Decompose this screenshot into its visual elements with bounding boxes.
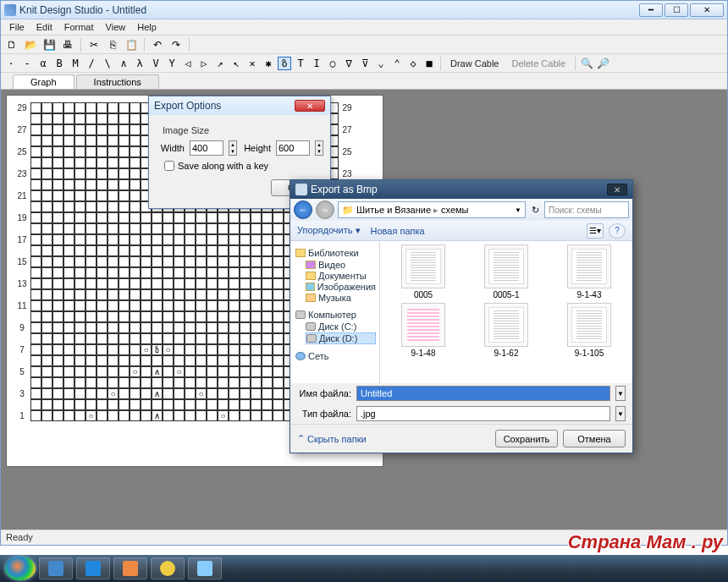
taskbar-item[interactable] <box>188 557 222 579</box>
cancel-file-button[interactable]: Отмена <box>563 430 626 447</box>
new-button[interactable]: 🗋 <box>4 37 19 52</box>
menu-file[interactable]: File <box>4 20 30 34</box>
close-button[interactable]: ✕ <box>690 3 724 17</box>
file-item[interactable]: 0005 <box>383 244 463 299</box>
menu-help[interactable]: Help <box>132 20 162 34</box>
sym-slash[interactable]: / <box>85 57 98 70</box>
breadcrumb[interactable]: 📁 Шитье и Вязание ▸ схемы ▼ <box>338 201 526 218</box>
file-dialog-title: Export as Bmp <box>311 184 378 195</box>
nav-images[interactable]: Изображения <box>306 282 376 292</box>
organize-menu[interactable]: Упорядочить ▾ <box>297 225 361 236</box>
nav-music[interactable]: Музыка <box>306 293 376 303</box>
paste-button[interactable]: 📋 <box>124 37 139 52</box>
sym-fill[interactable]: ■ <box>422 57 436 70</box>
sym-t[interactable]: T <box>294 57 307 70</box>
nav-computer[interactable]: Компьютер <box>295 310 376 320</box>
width-spinner[interactable]: ▲▼ <box>229 140 237 156</box>
sym-lambda[interactable]: λ <box>133 57 146 70</box>
sym-tri[interactable]: ◁ <box>181 57 195 70</box>
taskbar-item[interactable] <box>39 557 73 579</box>
menu-view[interactable]: View <box>101 20 131 34</box>
nav-fwd-button[interactable]: → <box>316 200 334 219</box>
print-button[interactable]: 🖶 <box>60 37 75 52</box>
file-item[interactable]: 9-1-48 <box>383 303 463 358</box>
sym-dot[interactable]: · <box>4 57 18 70</box>
sym-dash[interactable]: - <box>20 57 34 70</box>
search-box[interactable]: Поиск: схемы <box>544 201 629 218</box>
undo-button[interactable]: ↶ <box>150 37 165 52</box>
height-spinner[interactable]: ▲▼ <box>315 140 323 156</box>
sym-cv[interactable]: ⌄ <box>374 57 388 70</box>
nav-back-button[interactable]: ← <box>294 200 312 219</box>
file-item[interactable]: 0005-1 <box>466 244 546 299</box>
file-item[interactable]: 9-1-43 <box>549 244 629 299</box>
file-item[interactable]: 9-1-105 <box>549 303 629 358</box>
draw-cable-label[interactable]: Draw Cable <box>450 58 499 69</box>
help-button[interactable]: ? <box>609 223 626 239</box>
filetype-dropdown[interactable]: ▼ <box>615 406 626 421</box>
filename-input[interactable]: Untitled <box>356 386 610 401</box>
zoom-out-icon[interactable]: 🔎 <box>596 57 609 70</box>
height-input[interactable]: 600 <box>276 140 310 156</box>
sym-dvo[interactable]: ⊽ <box>358 57 372 70</box>
sym-al[interactable]: ↖ <box>229 57 243 70</box>
sym-x[interactable]: ✕ <box>245 57 259 70</box>
view-mode-button[interactable]: ☰▾ <box>587 223 604 239</box>
taskbar-item[interactable] <box>76 557 110 579</box>
save-key-checkbox[interactable] <box>164 161 174 171</box>
sym-alpha[interactable]: α <box>36 57 50 70</box>
filename-dropdown[interactable]: ▼ <box>615 386 626 401</box>
delete-cable-label[interactable]: Delete Cable <box>511 58 565 69</box>
sym-ar[interactable]: ↗ <box>213 57 227 70</box>
breadcrumb-dropdown[interactable]: ▼ <box>515 206 521 214</box>
file-item[interactable]: 9-1-62 <box>466 303 546 358</box>
minimize-button[interactable]: ━ <box>639 3 663 17</box>
tab-instructions[interactable]: Instructions <box>76 74 159 89</box>
width-input[interactable]: 400 <box>190 140 223 156</box>
menubar: File Edit Format View Help <box>1 19 727 36</box>
sym-dia[interactable]: ◇ <box>406 57 420 70</box>
sym-o[interactable]: ○ <box>326 57 339 70</box>
nav-disk-c[interactable]: Диск (C:) <box>306 321 376 332</box>
nav-network[interactable]: Сеть <box>295 351 376 361</box>
redo-button[interactable]: ↷ <box>168 37 184 52</box>
maximize-button[interactable]: ☐ <box>665 3 688 17</box>
nav-video[interactable]: Видео <box>306 260 376 270</box>
sym-m[interactable]: M <box>69 57 82 70</box>
sym-cc[interactable]: ⌃ <box>390 57 404 70</box>
cut-button[interactable]: ✂ <box>86 37 102 52</box>
new-folder-button[interactable]: Новая папка <box>371 226 425 236</box>
sym-yo[interactable]: ზ <box>278 57 291 70</box>
menu-edit[interactable]: Edit <box>31 20 58 34</box>
export-options-close[interactable]: ✕ <box>295 100 325 112</box>
sym-i[interactable]: I <box>310 57 323 70</box>
sym-star[interactable]: ✱ <box>262 57 275 70</box>
nav-libraries[interactable]: Библиотеки <box>295 248 376 258</box>
sym-v[interactable]: V <box>149 57 163 70</box>
taskbar <box>0 555 728 582</box>
file-dialog-close[interactable]: ✕ <box>607 184 627 195</box>
sym-bslash[interactable]: \ <box>101 57 114 70</box>
copy-button[interactable]: ⎘ <box>105 37 120 52</box>
sym-caret[interactable]: ∧ <box>117 57 130 70</box>
save-button[interactable]: 💾 <box>41 37 57 52</box>
open-button[interactable]: 📂 <box>23 37 38 52</box>
save-file-button[interactable]: Сохранить <box>495 430 558 447</box>
zoom-in-icon[interactable]: 🔍 <box>580 57 593 70</box>
nav-pane: Библиотеки Видео Документы Изображения М… <box>290 241 380 383</box>
sym-b[interactable]: B <box>52 57 66 70</box>
width-label: Width <box>156 143 185 153</box>
taskbar-item[interactable] <box>113 557 147 579</box>
sym-y[interactable]: Y <box>165 57 179 70</box>
nav-documents[interactable]: Документы <box>306 271 376 281</box>
start-button[interactable] <box>5 557 36 580</box>
menu-format[interactable]: Format <box>59 20 99 34</box>
nav-disk-d[interactable]: Диск (D:) <box>306 332 376 344</box>
filetype-input[interactable]: .jpg <box>356 406 610 421</box>
refresh-button[interactable]: ↻ <box>529 202 541 217</box>
tab-graph[interactable]: Graph <box>13 74 74 89</box>
sym-dv[interactable]: ∇ <box>342 57 356 70</box>
hide-folders-link[interactable]: ⌃Скрыть папки <box>297 430 367 447</box>
taskbar-item[interactable] <box>151 557 185 579</box>
sym-tri2[interactable]: ▷ <box>197 57 211 70</box>
